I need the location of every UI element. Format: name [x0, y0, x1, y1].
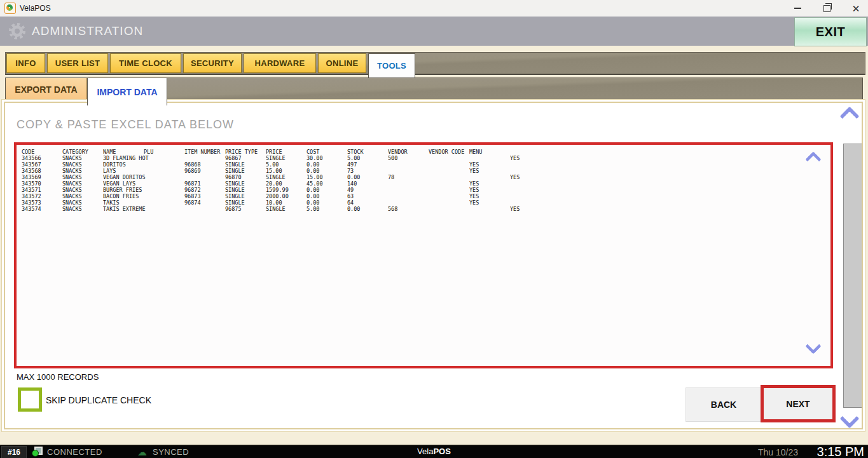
minimize-icon: [794, 8, 801, 9]
tab-hardware[interactable]: HARDWARE: [244, 53, 316, 73]
copy-paste-heading: COPY & PASTE EXCEL DATA BELOW: [17, 118, 234, 131]
station-badge: #16: [1, 446, 27, 458]
subtab-import-data[interactable]: IMPORT DATA: [87, 78, 167, 105]
page-scrollbar-thumb[interactable]: [843, 144, 862, 408]
restore-icon: [823, 5, 830, 12]
cloud-icon: ☁: [137, 445, 147, 458]
statusbar-date: Thu 10/23: [758, 447, 798, 457]
connected-status: CONNECTED: [47, 447, 102, 457]
skip-duplicate-label: SKIP DUPLICATE CHECK: [46, 395, 151, 405]
tab-online[interactable]: ONLINE: [318, 53, 366, 73]
connection-icon: [32, 447, 43, 457]
sub-tab-bar: EXPORT DATA IMPORT DATA: [5, 77, 863, 102]
tab-security[interactable]: SECURITY: [183, 53, 242, 73]
window-title: VelaPOS: [20, 4, 51, 13]
synced-status: SYNCED: [153, 447, 189, 457]
page-scroll-up-icon[interactable]: [843, 109, 857, 126]
import-textarea[interactable]: CODE CATEGORY NAME PLU ITEM NUMBER PRICE…: [14, 142, 833, 368]
status-bar: #16 CONNECTED ☁ SYNCED VelaPOS Thu 10/23…: [0, 445, 868, 458]
exit-button[interactable]: EXIT: [794, 17, 867, 46]
statusbar-time: 3:15 PM: [817, 445, 864, 458]
back-button[interactable]: BACK: [685, 387, 762, 422]
tab-info[interactable]: INFO: [6, 53, 45, 73]
subtab-export-data[interactable]: EXPORT DATA: [6, 78, 87, 101]
tab-tools[interactable]: TOOLS: [368, 53, 415, 77]
next-button[interactable]: NEXT: [761, 385, 836, 422]
minimize-button[interactable]: [792, 3, 803, 14]
tab-user-list[interactable]: USER LIST: [47, 53, 108, 73]
textarea-scroll-down-icon[interactable]: [808, 340, 819, 354]
restore-button[interactable]: [821, 3, 832, 14]
statusbar-app-name: VelaPOS: [417, 447, 451, 456]
app-icon: [4, 3, 16, 14]
close-icon: ✕: [852, 4, 860, 13]
max-records-note: MAX 1000 RECORDS: [17, 372, 99, 382]
main-tab-bar: INFO USER LIST TIME CLOCK SECURITY HARDW…: [5, 52, 865, 75]
close-button[interactable]: ✕: [850, 3, 862, 14]
tab-time-clock[interactable]: TIME CLOCK: [110, 53, 181, 73]
skip-duplicate-checkbox[interactable]: [18, 387, 42, 412]
admin-header: ADMINISTRATION EXIT: [0, 17, 868, 46]
excel-data-text: CODE CATEGORY NAME PLU ITEM NUMBER PRICE…: [17, 145, 830, 212]
page-title: ADMINISTRATION: [32, 24, 143, 38]
gear-icon: [9, 23, 25, 39]
import-data-panel: COPY & PASTE EXCEL DATA BELOW CODE CATEG…: [4, 102, 863, 429]
window-titlebar: VelaPOS ✕: [0, 0, 868, 17]
textarea-scroll-up-icon[interactable]: [808, 154, 819, 168]
page-scroll-down-icon[interactable]: [843, 412, 857, 428]
